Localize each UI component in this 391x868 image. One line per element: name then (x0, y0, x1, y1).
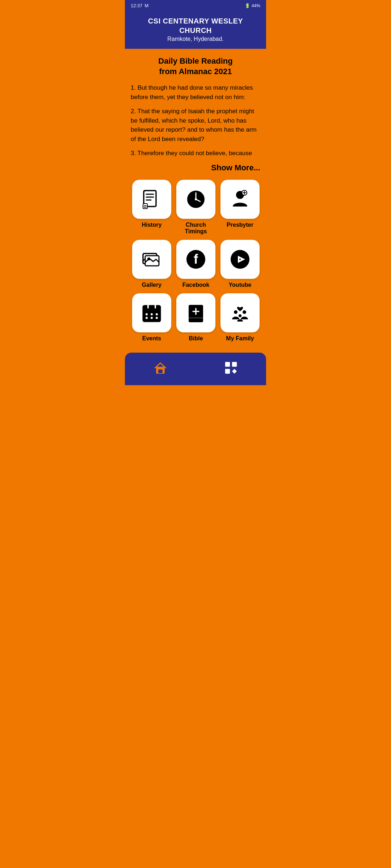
church-timings-label: Church Timings (176, 222, 215, 235)
gallery-label: Gallery (142, 282, 161, 288)
events-item[interactable]: Events (132, 293, 171, 342)
my-family-icon-box (220, 293, 260, 332)
status-bar: 12:37 M 🔋 44% (125, 0, 266, 11)
history-item[interactable]: History (132, 180, 171, 235)
church-location: Ramkote, Hyderabad. (132, 36, 259, 42)
church-timings-icon-box (176, 180, 215, 219)
youtube-icon (229, 248, 251, 270)
church-timings-item[interactable]: Church Timings (176, 180, 215, 235)
my-family-item[interactable]: My Family (220, 293, 260, 342)
svg-point-41 (243, 310, 246, 314)
apps-button[interactable] (212, 358, 250, 378)
svg-point-33 (146, 317, 148, 319)
time: 12:37 (131, 3, 143, 8)
church-header: CSI CENTENARY WESLEY CHURCH Ramkote, Hyd… (125, 11, 266, 49)
icons-grid: History Church Timings (131, 180, 260, 342)
svg-text:f: f (194, 252, 198, 267)
events-icon (141, 302, 163, 324)
bottom-nav (125, 353, 266, 385)
svg-point-31 (151, 313, 153, 315)
svg-point-42 (239, 314, 241, 317)
presbyter-icon-box (220, 180, 260, 219)
svg-marker-47 (232, 369, 236, 374)
presbyter-item[interactable]: Presbyter (220, 180, 260, 235)
facebook-icon-box: f (176, 240, 215, 279)
status-left: 12:37 M (131, 3, 148, 8)
battery-level: 44% (252, 3, 260, 8)
show-more-button[interactable]: Show More... (131, 163, 260, 173)
clock-icon (185, 188, 207, 210)
bible-icon (185, 302, 207, 324)
bible-icon-box (176, 293, 215, 332)
svg-rect-43 (158, 369, 163, 373)
presbyter-icon (229, 188, 251, 210)
my-family-label: My Family (226, 335, 254, 342)
facebook-icon: f (185, 248, 207, 270)
svg-rect-46 (225, 369, 230, 374)
svg-point-32 (156, 313, 158, 315)
facebook-item[interactable]: f Facebook (176, 240, 215, 288)
signal-icons: 🔋 (245, 3, 250, 8)
home-icon (152, 360, 168, 376)
gallery-item[interactable]: Gallery (132, 240, 171, 288)
history-icon (141, 188, 163, 210)
svg-rect-45 (232, 362, 236, 367)
status-right: 🔋 44% (245, 3, 260, 8)
svg-point-35 (156, 317, 158, 319)
presbyter-label: Presbyter (227, 222, 253, 228)
verse-1: 1. But though he had done so many miracl… (131, 83, 260, 102)
home-button[interactable] (142, 358, 179, 378)
youtube-icon-box (220, 240, 260, 279)
bible-label: Bible (189, 335, 203, 342)
events-icon-box (132, 293, 171, 332)
bible-item[interactable]: Bible (176, 293, 215, 342)
svg-point-40 (234, 310, 237, 314)
svg-point-34 (151, 317, 153, 319)
church-name: CSI CENTENARY WESLEY CHURCH (132, 16, 259, 35)
youtube-item[interactable]: Youtube (220, 240, 260, 288)
history-label: History (142, 222, 161, 228)
main-content: Daily Bible Readingfrom Almanac 2021 1. … (125, 49, 266, 345)
carrier-icon: M (145, 3, 149, 8)
facebook-label: Facebook (182, 282, 210, 288)
gallery-icon (141, 248, 163, 270)
verse-3: 3. Therefore they could not believe, bec… (131, 149, 260, 158)
svg-point-21 (239, 259, 241, 260)
apps-icon (223, 360, 239, 376)
verse-2: 2. That the saying of Isaiah the prophet… (131, 107, 260, 144)
bible-reading-title: Daily Bible Readingfrom Almanac 2021 (131, 56, 260, 77)
youtube-label: Youtube (229, 282, 252, 288)
gallery-icon-box (132, 240, 171, 279)
svg-point-30 (146, 313, 148, 315)
events-label: Events (142, 335, 161, 342)
svg-rect-27 (143, 306, 160, 311)
history-icon-box (132, 180, 171, 219)
my-family-icon (229, 302, 251, 324)
svg-rect-44 (225, 362, 230, 367)
